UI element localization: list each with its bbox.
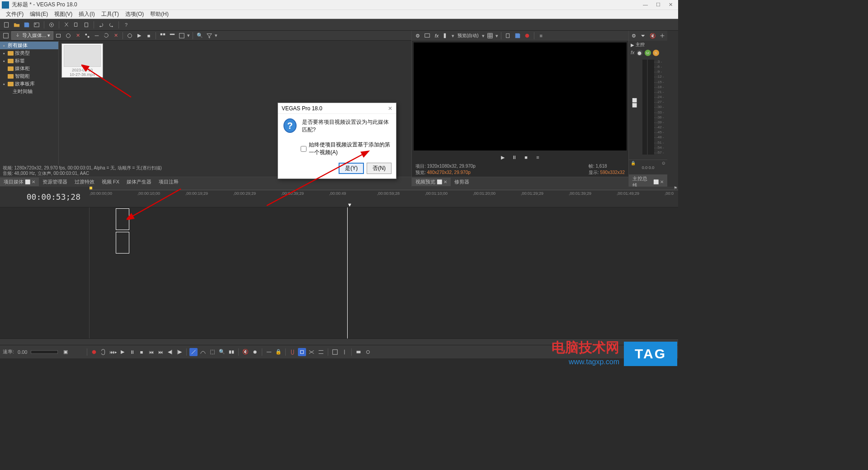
tool-m1-icon[interactable] <box>354 348 363 356</box>
tab-explorer[interactable]: 资源管理器 <box>39 178 71 186</box>
tree-item-type[interactable]: ▪按类型 <box>0 49 58 57</box>
cut-icon[interactable] <box>62 21 71 29</box>
search-icon[interactable]: 🔍 <box>196 32 204 40</box>
media-thumbnail[interactable]: 2023-02-10 10-27-36.mp4 <box>61 43 103 78</box>
tool-shuf-icon[interactable] <box>227 348 236 356</box>
playhead[interactable] <box>347 207 348 338</box>
dropdown-icon[interactable]: ▾ <box>187 33 190 38</box>
dialog-close-icon[interactable]: ✕ <box>388 105 392 112</box>
record-icon[interactable] <box>90 348 98 356</box>
prev-pause-icon[interactable]: ⏸ <box>510 153 519 161</box>
goend-icon[interactable]: ⏭ <box>156 348 165 356</box>
tool-grid-icon[interactable] <box>331 348 339 356</box>
menu-view[interactable]: 视图(V) <box>51 10 75 18</box>
new-project-icon[interactable] <box>3 21 11 29</box>
always-match-checkbox[interactable] <box>301 146 307 152</box>
loop-icon[interactable] <box>99 348 108 356</box>
tb-icon-2[interactable] <box>93 32 101 40</box>
timeline-ruler[interactable]: ⚑ ,00:00:00;00,00:00:10;00,00:00:19;29,0… <box>90 187 678 207</box>
what-icon[interactable]: ? <box>122 21 130 29</box>
audio-clip[interactable] <box>116 232 129 254</box>
fx-badge-s[interactable]: S <box>653 50 659 56</box>
copy-icon[interactable] <box>72 21 80 29</box>
video-clip[interactable] <box>116 208 129 230</box>
tab-notes[interactable]: 项目注释 <box>155 178 182 186</box>
tab-transitions[interactable]: 过渡特效 <box>71 178 98 186</box>
refresh-icon[interactable] <box>102 32 110 40</box>
lock-icon[interactable]: 🔒 <box>631 161 636 165</box>
save-icon[interactable] <box>23 21 31 29</box>
normal-edit-icon[interactable] <box>189 348 198 356</box>
tree-item-bins[interactable]: 媒体柜 <box>0 65 58 72</box>
prev-rec-icon[interactable] <box>523 32 531 40</box>
quantize-icon[interactable] <box>298 348 306 356</box>
playfromstart-icon[interactable]: ⏮▶ <box>109 348 117 356</box>
fx-badge-1[interactable]: ⬤ <box>637 50 643 56</box>
tree-item-maintl[interactable]: 主时间轴 <box>0 88 58 95</box>
prevframe-icon[interactable]: ◀| <box>166 348 174 356</box>
yes-button[interactable]: 是(Y) <box>339 163 364 174</box>
center-icon[interactable]: ⊙ <box>662 161 665 165</box>
tool-split-icon[interactable] <box>340 348 349 356</box>
marker-icon[interactable] <box>90 187 92 189</box>
mst-down-icon[interactable]: ⏷ <box>639 32 647 40</box>
tool-env-icon[interactable] <box>199 348 207 356</box>
pin-icon[interactable]: ⬜ <box>25 179 30 184</box>
menu-tools[interactable]: 工具(T) <box>98 10 122 18</box>
close-icon[interactable]: ✕ <box>660 179 664 184</box>
tool-xfade-icon[interactable] <box>307 348 316 356</box>
media-props-icon[interactable] <box>2 32 10 40</box>
pause-icon[interactable]: ⏸ <box>128 348 136 356</box>
fx-icon[interactable] <box>126 32 134 40</box>
tab-trimmer[interactable]: 修剪器 <box>451 178 473 186</box>
dialog-titlebar[interactable]: VEGAS Pro 18.0 ✕ <box>278 103 396 114</box>
render-icon[interactable] <box>33 21 41 29</box>
rate-btn-icon[interactable]: ▣ <box>61 348 70 356</box>
menu-file[interactable]: 文件(F) <box>3 10 27 18</box>
tool-solo-icon[interactable] <box>251 348 259 356</box>
paste-icon[interactable] <box>82 21 90 29</box>
menu-options[interactable]: 选项(O) <box>122 10 147 18</box>
tree-root[interactable]: ▪ 所有媒体 <box>0 42 58 49</box>
snap-icon[interactable] <box>288 348 297 356</box>
menu-insert[interactable]: 插入(I) <box>75 10 98 18</box>
tb-icon-1[interactable] <box>83 32 91 40</box>
tool-mute-icon[interactable]: 🔇 <box>241 348 250 356</box>
timecode-display[interactable]: 00:00:53;28 <box>0 187 90 207</box>
prev-fx-icon[interactable]: fx <box>433 32 441 40</box>
ruler-ticks[interactable]: ,00:00:00;00,00:00:10;00,00:00:19;29,00:… <box>90 190 678 207</box>
mst-mute-icon[interactable]: 🔇 <box>649 32 657 40</box>
close-icon[interactable]: ✕ <box>32 179 35 184</box>
undo-icon[interactable] <box>97 21 105 29</box>
prev-stop-icon[interactable]: ■ <box>522 153 530 161</box>
tool-m2-icon[interactable] <box>364 348 372 356</box>
get-media-icon[interactable] <box>64 32 72 40</box>
prev-menu-icon[interactable]: ≡ <box>534 153 542 161</box>
prev-split-icon[interactable] <box>442 32 450 40</box>
prev-extern-icon[interactable] <box>423 32 431 40</box>
delete-icon[interactable]: ✕ <box>112 32 120 40</box>
lock-env-icon[interactable]: 🔒 <box>274 348 283 356</box>
filter-icon[interactable] <box>205 32 213 40</box>
minimize-button[interactable]: — <box>643 2 648 8</box>
autoripple-icon[interactable] <box>265 348 273 356</box>
maximize-button[interactable]: ☐ <box>656 2 660 8</box>
tab-video-preview[interactable]: 视频预览⬜✕ <box>412 178 451 186</box>
open-icon[interactable] <box>13 21 21 29</box>
close-icon[interactable]: ✕ <box>443 179 447 184</box>
quality-label[interactable]: 预览(自动) <box>456 33 481 39</box>
view2-icon[interactable] <box>168 32 176 40</box>
prev-grid-icon[interactable] <box>486 32 494 40</box>
prev-ham-icon[interactable]: ≡ <box>537 32 545 40</box>
view3-icon[interactable] <box>178 32 186 40</box>
stop-icon[interactable]: ■ <box>137 348 146 356</box>
capture-icon[interactable] <box>55 32 63 40</box>
marker-flag-icon[interactable]: ⚑ <box>674 186 677 190</box>
tree-item-tags[interactable]: ▪标签 <box>0 57 58 65</box>
master-exp-icon[interactable]: ▶ <box>631 42 634 47</box>
tree-item-smart[interactable]: 智能柜 <box>0 72 58 80</box>
properties-icon[interactable] <box>47 21 56 29</box>
tab-generators[interactable]: 媒体产生器 <box>123 178 155 186</box>
gostart-icon[interactable]: ⏮ <box>147 348 155 356</box>
prev-play-icon[interactable]: ▶ <box>499 153 507 161</box>
